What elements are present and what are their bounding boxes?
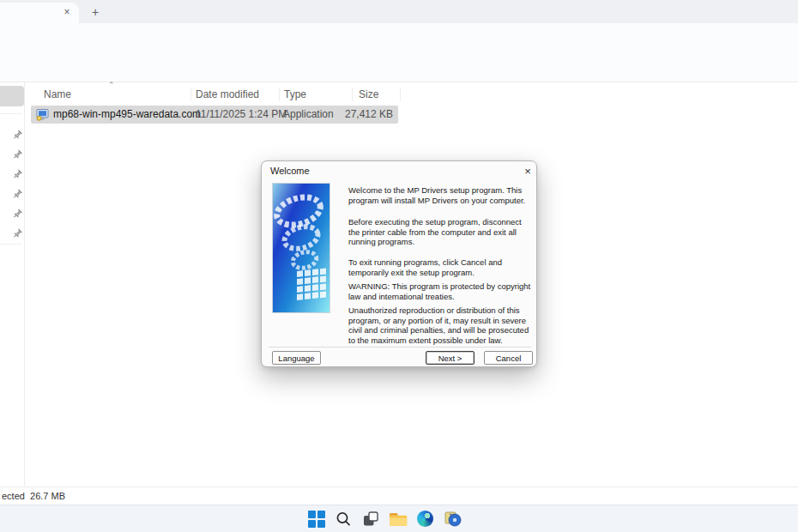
search-icon[interactable]	[335, 511, 352, 528]
column-header-size[interactable]: Size	[359, 88, 378, 100]
column-separator[interactable]	[279, 88, 280, 101]
file-date-modified: 11/11/2025 1:24 PM	[196, 108, 287, 120]
column-separator[interactable]	[352, 88, 353, 101]
pin-icon	[13, 127, 22, 136]
sidebar-divider	[24, 82, 25, 486]
tab-close-icon[interactable]: ×	[60, 5, 74, 19]
sort-ascending-icon: ⌃	[108, 81, 115, 89]
dialog-button-divider	[269, 347, 531, 348]
edge-browser-icon[interactable]	[417, 511, 434, 528]
welcome-dialog: Welcome × Welcome to the MP Drivers setu…	[261, 160, 537, 367]
application-file-icon	[36, 108, 49, 121]
dialog-paragraph: WARNING: This program is protected by co…	[348, 281, 533, 301]
column-header-type[interactable]: Type	[284, 88, 306, 100]
dialog-paragraph: Welcome to the MP Drivers setup program.…	[348, 185, 533, 205]
sidebar-selected-item[interactable]	[0, 86, 24, 106]
dialog-title: Welcome	[270, 166, 310, 176]
table-row[interactable]: mp68-win-mp495-waredata.com 11/11/2025 1…	[31, 106, 398, 124]
sidebar-section-divider	[0, 113, 22, 114]
pin-icon	[13, 166, 22, 176]
selection-status-text: ected 26.7 MB	[2, 491, 65, 501]
setup-app-icon[interactable]	[444, 511, 462, 528]
file-size: 27,412 KB	[328, 108, 393, 120]
file-type: Application	[283, 108, 334, 120]
explorer-tab-bar: × +	[0, 0, 798, 23]
file-explorer-icon[interactable]	[390, 511, 407, 528]
taskbar: ⌃	[0, 505, 798, 532]
pin-icon	[13, 186, 22, 196]
column-header-name[interactable]: Name	[44, 88, 71, 100]
column-separator[interactable]	[190, 88, 191, 101]
new-tab-button[interactable]: +	[88, 4, 103, 20]
pin-icon	[13, 226, 22, 235]
sidebar-section-divider	[0, 244, 22, 245]
start-button[interactable]	[308, 511, 325, 528]
status-bar: ected 26.7 MB	[0, 487, 798, 505]
pin-icon	[13, 147, 22, 156]
column-header-date-modified[interactable]: Date modified	[196, 88, 259, 100]
dialog-paragraph: To exit running programs, click Cancel a…	[348, 257, 533, 277]
column-separator[interactable]	[400, 88, 401, 101]
task-view-icon[interactable]	[362, 511, 379, 528]
address-bar-row: ↑ › New folder ⌄ ↻	[0, 53, 798, 82]
pin-icon	[13, 206, 22, 215]
setup-artwork-image	[272, 183, 330, 313]
dialog-paragraph: Unauthorized reproduction or distributio…	[348, 305, 533, 345]
dialog-paragraph: Before executing the setup program, disc…	[348, 217, 533, 247]
file-name: mp68-win-mp495-waredata.com	[53, 108, 201, 120]
cancel-button[interactable]: Cancel	[484, 351, 533, 365]
language-button[interactable]: Language	[272, 351, 321, 365]
next-button[interactable]: Next >	[426, 351, 475, 365]
explorer-toolbar: ✂ A ⇅ Sort ⌄ ≡ View ⌄ •••	[0, 23, 798, 53]
dialog-close-icon[interactable]: ×	[521, 164, 535, 178]
